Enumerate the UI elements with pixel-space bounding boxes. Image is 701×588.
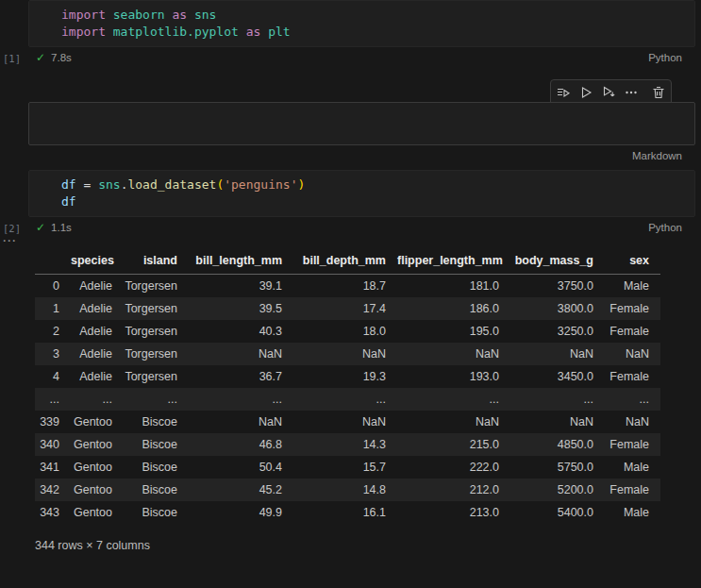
table-cell: NaN — [293, 343, 397, 365]
column-header: bill_depth_mm — [293, 247, 397, 275]
table-cell: ... — [510, 388, 605, 411]
language-picker[interactable]: Python — [648, 222, 695, 233]
table-cell: Female — [605, 297, 660, 320]
table-cell: Adelie — [71, 320, 124, 343]
execute-above-icon — [556, 85, 571, 100]
table-cell: 186.0 — [397, 297, 510, 320]
execute-cell-button[interactable] — [576, 82, 596, 103]
table-cell: 19.3 — [293, 365, 397, 388]
table-cell: 15.7 — [293, 456, 397, 479]
code-line: import matplotlib.pyplot as plt — [61, 24, 694, 41]
code-editor-2[interactable]: df = sns.load_dataset('penguins')df — [28, 170, 695, 217]
language-picker[interactable]: Python — [648, 52, 695, 63]
table-cell: 39.5 — [189, 297, 293, 320]
code-line: import seaborn as sns — [61, 7, 694, 24]
row-index: 3 — [35, 343, 71, 365]
table-cell: 39.1 — [189, 275, 293, 298]
table-cell: 46.8 — [189, 433, 293, 456]
table-cell: Torgersen — [124, 343, 189, 365]
execution-duration: 7.8s — [51, 52, 72, 63]
execute-below-button[interactable] — [598, 82, 619, 103]
table-cell: Gentoo — [71, 501, 124, 524]
table-row: 2AdelieTorgersen40.318.0195.03250.0Femal… — [35, 320, 660, 343]
table-cell: 215.0 — [397, 433, 510, 456]
table-cell: 40.3 — [189, 320, 293, 343]
execute-below-icon — [601, 85, 616, 100]
table-cell: Adelie — [71, 365, 124, 388]
table-cell: 195.0 — [397, 320, 510, 343]
table-cell: 14.8 — [293, 479, 397, 501]
table-cell: Female — [605, 365, 660, 388]
column-header: island — [124, 247, 189, 275]
dataframe-summary: 344 rows × 7 columns — [35, 539, 673, 552]
row-index: ... — [35, 388, 71, 411]
table-cell: 3450.0 — [510, 365, 605, 388]
code-editor-1[interactable]: import seaborn as snsimport matplotlib.p… — [28, 0, 695, 47]
table-cell: Gentoo — [71, 411, 124, 433]
table-cell: ... — [71, 388, 124, 411]
row-index: 0 — [35, 275, 71, 298]
code-line: df = sns.load_dataset('penguins') — [61, 176, 694, 193]
execute-above-button[interactable] — [553, 82, 574, 103]
markdown-cell: Markdown — [28, 102, 695, 166]
table-row: 0AdelieTorgersen39.118.7181.03750.0Male — [35, 275, 660, 298]
table-cell: NaN — [605, 343, 660, 365]
table-cell: 222.0 — [397, 456, 510, 479]
row-index: 339 — [35, 411, 71, 433]
column-header: species — [71, 247, 124, 275]
execution-count: [1] — [3, 53, 21, 64]
table-cell: 4850.0 — [510, 433, 605, 456]
table-cell: NaN — [510, 343, 605, 365]
table-row: 339GentooBiscoeNaNNaNNaNNaNNaN — [35, 411, 660, 433]
success-check-icon — [36, 51, 45, 64]
more-actions-button[interactable] — [621, 82, 642, 103]
row-index: 341 — [35, 456, 71, 479]
table-cell: Torgersen — [124, 365, 189, 388]
table-cell: Gentoo — [71, 433, 124, 456]
table-cell: 45.2 — [189, 479, 293, 501]
success-check-icon — [36, 221, 45, 234]
table-cell: 18.0 — [293, 320, 397, 343]
table-cell: Torgersen — [124, 275, 189, 298]
row-index: 4 — [35, 365, 71, 388]
markdown-editor[interactable] — [28, 102, 695, 145]
table-cell: 181.0 — [397, 275, 510, 298]
column-header: sex — [605, 247, 660, 275]
table-cell: 18.7 — [293, 275, 397, 298]
table-cell: Torgersen — [124, 297, 189, 320]
notebook-editor: [1] import seaborn as snsimport matplotl… — [0, 0, 701, 588]
language-picker[interactable]: Markdown — [632, 150, 695, 161]
table-cell: 50.4 — [189, 456, 293, 479]
table-cell: NaN — [397, 343, 510, 365]
table-row: 3AdelieTorgersenNaNNaNNaNNaNNaN — [35, 343, 660, 365]
column-header: bill_length_mm — [189, 247, 293, 275]
table-cell: ... — [189, 388, 293, 411]
table-cell: NaN — [605, 411, 660, 433]
table-cell: NaN — [510, 411, 605, 433]
execute-cell-icon — [578, 85, 593, 100]
table-cell: 17.4 — [293, 297, 397, 320]
code-line: df — [61, 193, 694, 210]
table-cell: NaN — [397, 411, 510, 433]
table-row: 340GentooBiscoe46.814.3215.04850.0Female — [35, 433, 660, 456]
table-cell: 3250.0 — [510, 320, 605, 343]
table-row: ........................ — [35, 388, 660, 411]
table-cell: 16.1 — [293, 501, 397, 524]
table-cell: 49.9 — [189, 501, 293, 524]
table-row: 4AdelieTorgersen36.719.3193.03450.0Femal… — [35, 365, 660, 388]
table-cell: Female — [605, 320, 660, 343]
table-cell: 5750.0 — [510, 456, 605, 479]
cell-status-bar-1: 7.8s Python — [28, 47, 695, 68]
delete-cell-button[interactable] — [648, 82, 669, 103]
table-cell: 212.0 — [397, 479, 510, 501]
table-cell: ... — [397, 388, 510, 411]
table-cell: 193.0 — [397, 365, 510, 388]
markdown-status-bar: Markdown — [28, 145, 695, 166]
row-index: 343 — [35, 501, 71, 524]
table-cell: 5400.0 — [510, 501, 605, 524]
table-cell: Biscoe — [124, 433, 189, 456]
table-cell: Adelie — [71, 297, 124, 320]
execution-duration: 1.1s — [51, 222, 72, 233]
table-cell: 5200.0 — [510, 479, 605, 501]
output-more-actions-icon[interactable] — [2, 232, 16, 249]
